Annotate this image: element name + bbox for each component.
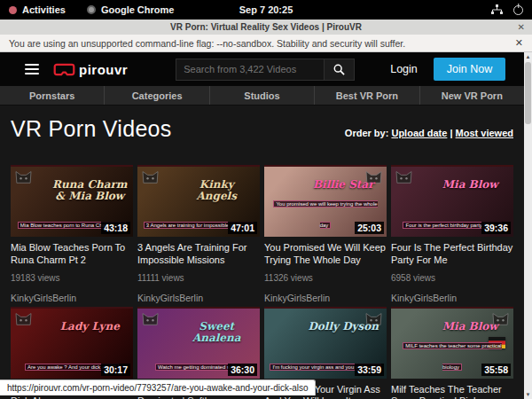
video-studio-link[interactable]: KinkyGirlsBerlin: [11, 293, 133, 303]
video-card[interactable]: Mia Blow Four is the perfect birthday pa…: [391, 165, 513, 303]
clock[interactable]: Sep 7 20:25: [239, 4, 293, 15]
thumbnail-overlay-name: Lady Lyne: [51, 321, 128, 332]
join-now-button[interactable]: Join Now: [434, 58, 505, 81]
order-upload-date-link[interactable]: Upload date: [391, 128, 447, 138]
video-studio-link[interactable]: KinkyGirlsBerlin: [264, 293, 387, 303]
thumbnail-overlay-name: Billie Star: [305, 179, 381, 191]
chrome-infobar: You are using an unsupported command-lin…: [0, 35, 532, 52]
video-thumbnail[interactable]: Lady Lyne Are you awake ? And your dick …: [11, 307, 133, 379]
scrollbar[interactable]: ▲ ▼: [524, 52, 532, 399]
site-logo-text: pirouvr: [79, 62, 128, 77]
search-icon: [333, 64, 345, 75]
video-duration-badge: 33:59: [355, 364, 384, 376]
window-title: VR Porn: Virtual Reality Sex Videos | Pi…: [170, 22, 362, 32]
thumbnail-overlay-name: Dolly Dyson: [305, 321, 381, 332]
focused-app-menu[interactable]: Google Chrome: [101, 4, 175, 15]
video-studio-link[interactable]: KinkyGirlsBerlin: [391, 293, 513, 303]
order-by: Order by: Upload date | Most viewed: [345, 128, 513, 138]
page-title: VR Porn Videos: [11, 116, 172, 142]
nav-item-new-vr-porn[interactable]: New VR Porn: [420, 86, 524, 105]
video-title-link[interactable]: Milf Teaches The Teacher Some Practical …: [391, 384, 513, 399]
video-duration-badge: 39:36: [481, 222, 511, 234]
pirouvr-cat-logo-icon: [395, 169, 413, 184]
window-close-icon[interactable]: ✕: [518, 22, 525, 32]
nav-item-best-vr-porn[interactable]: Best VR Porn: [315, 86, 419, 105]
nav-item-categories[interactable]: Categories: [105, 86, 209, 105]
video-thumbnail[interactable]: Mia Blow Four is the perfect birthday pa…: [391, 165, 513, 237]
chrome-app-icon: [87, 5, 96, 14]
video-card[interactable]: Kinky Angels 3 Angels are training for i…: [137, 165, 260, 303]
activities-button[interactable]: Activities: [22, 4, 66, 15]
login-button[interactable]: Login: [390, 63, 418, 75]
menu-icon[interactable]: [25, 64, 39, 74]
window-title-bar: VR Porn: Virtual Reality Sex Videos | Pi…: [0, 20, 532, 35]
video-duration-badge: 25:03: [355, 222, 384, 234]
thumbnail-overlay-name: Mia Blow: [432, 179, 508, 191]
video-duration-badge: 36:30: [228, 364, 257, 376]
video-thumbnail[interactable]: Dolly Dyson I'm fucking your virgin ass …: [264, 307, 387, 379]
video-thumbnail[interactable]: Billie Star You promised we will keep tr…: [264, 165, 387, 237]
video-views: 6958 views: [391, 273, 513, 283]
thumbnail-overlay-name: Runa Charm & Mia Blow: [51, 179, 128, 203]
status-url-bubble: https://pirouvr.com/vr-porn-video/779325…: [0, 379, 316, 395]
pirouvr-cat-logo-icon: [141, 311, 160, 326]
video-title-link[interactable]: Four Is The Perfect Birthday Party For M…: [391, 242, 513, 267]
pirouvr-cat-logo-icon: [14, 311, 33, 326]
scrollbar-thumb[interactable]: [525, 62, 531, 124]
video-card[interactable]: Billie Star You promised we will keep tr…: [264, 165, 387, 303]
video-views: 11326 views: [264, 273, 387, 283]
main-content: VR Porn Videos Order by: Upload date | M…: [0, 116, 524, 399]
infobar-message: You are using an unsupported command-lin…: [9, 38, 405, 49]
video-grid: Runa Charm & Mia Blow Mia Blow teaches p…: [11, 165, 513, 399]
video-duration-badge: 47:01: [228, 222, 257, 234]
desktop-top-bar: Activities Google Chrome Sep 7 20:25: [0, 0, 532, 20]
video-thumbnail[interactable]: Sweet Analena Watch me getting dominated…: [137, 307, 260, 379]
order-by-label: Order by:: [345, 128, 389, 138]
scrollbar-down-icon[interactable]: ▼: [526, 390, 531, 399]
browser-viewport: pirouvr Login Join Now PornstarsCategori…: [0, 52, 532, 399]
screen-record-indicator-icon: [9, 6, 17, 14]
site-logo[interactable]: pirouvr: [53, 62, 128, 77]
video-thumbnail[interactable]: Runa Charm & Mia Blow Mia Blow teaches p…: [11, 165, 133, 237]
video-duration-badge: 35:58: [481, 364, 511, 376]
nav-item-pornstars[interactable]: Pornstars: [0, 86, 105, 105]
video-duration-badge: 30:17: [101, 364, 130, 376]
vr-headset-icon: [53, 63, 75, 76]
nav-item-studios[interactable]: Studios: [210, 86, 315, 105]
video-title-link[interactable]: You Promised We Will Keep Trying The Who…: [264, 242, 387, 267]
pirouvr-cat-logo-icon: [141, 169, 160, 184]
order-most-viewed-link[interactable]: Most viewed: [456, 128, 513, 138]
video-views: 19183 views: [11, 273, 133, 283]
video-card[interactable]: Mia Blow MILF teaches the teacher some p…: [391, 307, 513, 399]
site-nav: PornstarsCategoriesStudiosBest VR PornNe…: [0, 86, 524, 106]
site-header: pirouvr Login Join Now: [0, 52, 524, 86]
infobar-close-icon[interactable]: ✕: [515, 37, 523, 49]
video-title-link[interactable]: Mia Blow Teaches Porn To Runa Charm Pt 2: [11, 242, 133, 267]
video-thumbnail[interactable]: Mia Blow MILF teaches the teacher some p…: [391, 307, 513, 379]
thumbnail-overlay-name: Sweet Analena: [178, 321, 254, 345]
pirouvr-cat-logo-icon: [14, 169, 33, 184]
video-studio-link[interactable]: KinkyGirlsBerlin: [137, 293, 260, 303]
video-title-link[interactable]: 3 Angels Are Training For Impossible Mis…: [137, 242, 260, 267]
thumbnail-overlay-name: Kinky Angels: [178, 179, 254, 203]
power-icon[interactable]: [513, 5, 523, 15]
video-duration-badge: 43:18: [101, 222, 130, 234]
video-views: 11111 views: [137, 273, 260, 283]
video-card[interactable]: Runa Charm & Mia Blow Mia Blow teaches p…: [11, 165, 133, 303]
search-button[interactable]: [325, 59, 355, 81]
thumbnail-overlay-name: Mia Blow: [432, 321, 508, 332]
network-icon[interactable]: [491, 4, 503, 15]
scrollbar-up-icon[interactable]: ▲: [526, 52, 531, 61]
video-thumbnail[interactable]: Kinky Angels 3 Angels are training for i…: [137, 165, 260, 237]
search-input[interactable]: [176, 59, 325, 81]
